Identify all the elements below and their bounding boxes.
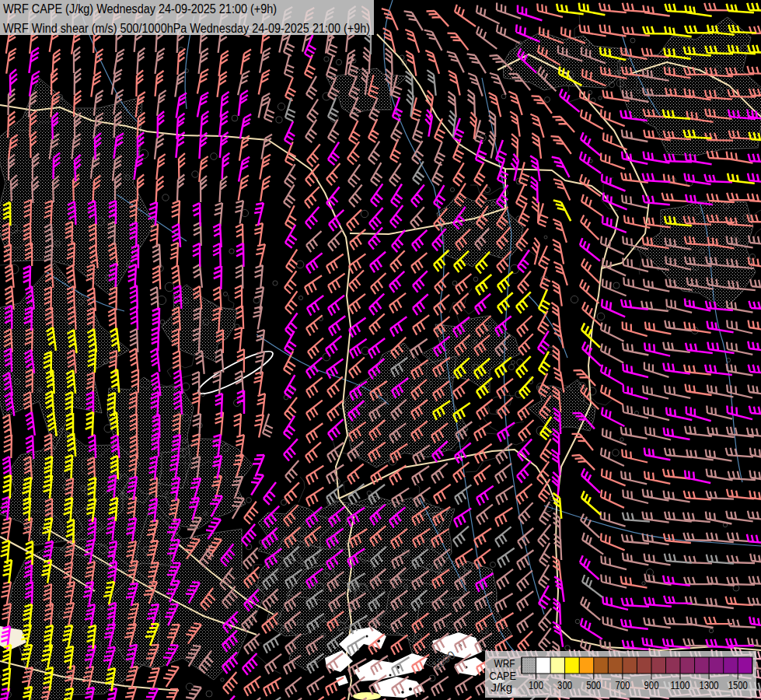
svg-text:J/kg: J/kg	[491, 681, 513, 694]
svg-text:WRF: WRF	[494, 657, 515, 670]
svg-text:100: 100	[529, 678, 543, 691]
svg-text:1500: 1500	[728, 678, 748, 691]
svg-text:900: 900	[644, 678, 659, 691]
svg-text:1100: 1100	[671, 678, 690, 691]
svg-text:300: 300	[557, 678, 572, 691]
svg-text:1300: 1300	[700, 678, 719, 691]
svg-text:700: 700	[615, 678, 630, 691]
svg-text:WRF Wind shear (m/s) 500/1000h: WRF Wind shear (m/s) 500/1000hPa Wednesd…	[3, 22, 370, 35]
svg-text:WRF CAPE (J/kg) Wednesday 24-0: WRF CAPE (J/kg) Wednesday 24-09-2025 21:…	[3, 2, 277, 16]
svg-text:500: 500	[586, 678, 601, 691]
